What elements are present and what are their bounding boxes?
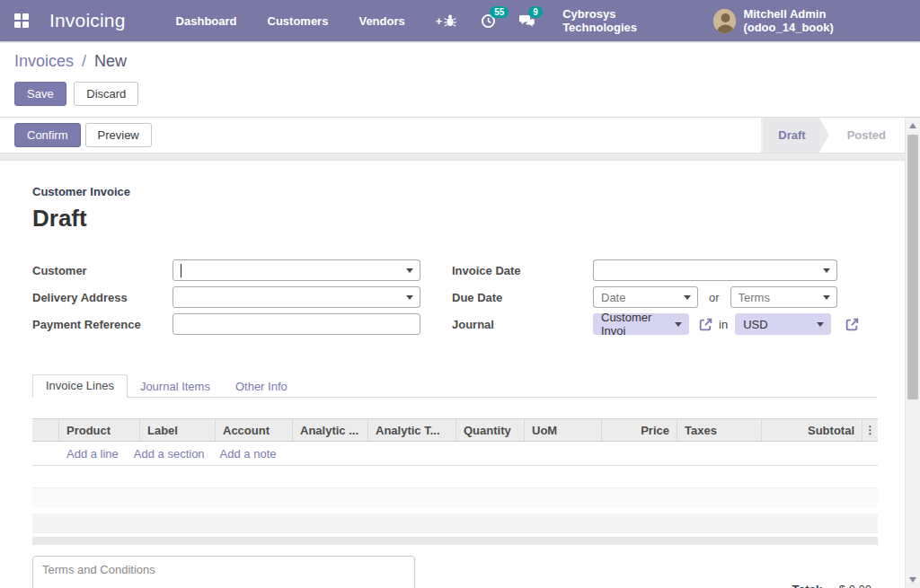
column-header-taxes[interactable]: Taxes <box>677 419 762 441</box>
optional-columns-icon[interactable]: ⋮ <box>865 426 876 434</box>
tab-invoice-lines[interactable]: Invoice Lines <box>32 374 128 398</box>
scrollbar-down-arrow-icon[interactable] <box>906 574 920 586</box>
invoice-date-input[interactable] <box>593 259 837 281</box>
debug-bug-icon[interactable] <box>442 13 457 29</box>
systray: 55 9 Cybrosys Technologies Mitc <box>442 7 907 34</box>
field-grid: Customer Invoice Date Delivery Address D… <box>32 257 877 338</box>
table-add-row: Add a line Add a section Add a note <box>32 442 878 466</box>
empty-row <box>32 513 878 533</box>
payment-reference-label: Payment Reference <box>32 318 172 331</box>
top-nav-bar: Invoicing Dashboard Customers Vendors + <box>0 0 920 41</box>
user-avatar <box>713 9 736 33</box>
apps-menu-icon[interactable] <box>13 11 31 31</box>
sheet-footer: Total: $ 0.00 <box>32 556 877 588</box>
tab-journal-items[interactable]: Journal Items <box>128 376 223 398</box>
column-header-analytic-account[interactable]: Analytic ... <box>293 419 368 441</box>
table-header-row: Product Label Account Analytic ... Analy… <box>32 418 878 442</box>
add-a-section-link[interactable]: Add a section <box>134 447 205 461</box>
invoice-date-label: Invoice Date <box>452 264 593 277</box>
journal-select[interactable]: Customer Invoi <box>593 313 689 335</box>
payment-terms-input[interactable]: Terms <box>730 286 837 308</box>
in-label: in <box>719 318 728 331</box>
customer-label: Customer <box>32 264 172 277</box>
user-name: Mitchell Admin (odoo_14_book) <box>743 7 907 34</box>
tab-other-info[interactable]: Other Info <box>223 376 300 398</box>
scrollbar-thumb[interactable] <box>907 135 918 399</box>
preview-button[interactable]: Preview <box>85 123 152 147</box>
chevron-down-icon <box>684 295 691 300</box>
currency-value: USD <box>743 318 767 331</box>
currency-external-link-icon[interactable] <box>845 317 860 332</box>
journal-label: Journal <box>452 318 593 331</box>
chevron-down-icon <box>675 322 682 327</box>
journal-value: Customer Invoi <box>601 311 670 338</box>
delivery-address-input[interactable] <box>172 286 420 308</box>
column-header-uom[interactable]: UoM <box>525 419 602 441</box>
messages-chat-icon[interactable]: 9 <box>519 13 535 29</box>
chevron-down-icon <box>406 268 413 273</box>
breadcrumb-invoices-link[interactable]: Invoices <box>14 52 74 70</box>
activity-count-badge: 55 <box>490 6 509 18</box>
invoice-form-sheet: Customer Invoice Draft Customer Invoice … <box>0 161 920 574</box>
or-label: or <box>709 291 720 304</box>
vertical-scrollbar[interactable] <box>905 118 920 588</box>
column-header-subtotal[interactable]: Subtotal <box>762 419 862 441</box>
control-panel: Invoices / New Save Discard <box>0 41 920 118</box>
empty-row <box>32 487 878 508</box>
company-switcher[interactable]: Cybrosys Technologies <box>562 7 685 34</box>
menu-dashboard[interactable]: Dashboard <box>176 14 237 28</box>
status-step-draft[interactable]: Draft <box>762 118 828 153</box>
column-header-handle <box>32 419 59 441</box>
confirm-button[interactable]: Confirm <box>14 123 81 147</box>
message-count-badge: 9 <box>528 6 543 18</box>
column-header-quantity[interactable]: Quantity <box>456 419 525 441</box>
column-header-label[interactable]: Label <box>140 419 216 441</box>
status-pipeline: Draft Posted <box>761 118 904 153</box>
breadcrumb-current: New <box>94 52 127 70</box>
totals-block: Total: $ 0.00 <box>792 556 877 588</box>
discard-button[interactable]: Discard <box>74 82 138 106</box>
column-header-price[interactable]: Price <box>602 419 677 441</box>
add-a-note-link[interactable]: Add a note <box>220 447 277 461</box>
chevron-down-icon <box>406 295 413 300</box>
activities-clock-icon[interactable]: 55 <box>481 13 496 29</box>
state-heading: Draft <box>32 205 877 233</box>
journal-external-link-icon[interactable] <box>698 317 713 332</box>
menu-plus[interactable]: + <box>436 14 443 28</box>
terms-placeholder: Terms <box>739 291 770 304</box>
column-header-account[interactable]: Account <box>216 419 293 441</box>
payment-reference-input[interactable] <box>172 313 420 335</box>
add-a-line-link[interactable]: Add a line <box>66 447 119 461</box>
column-header-analytic-tags[interactable]: Analytic T... <box>368 419 456 441</box>
notebook-tabs: Invoice Lines Journal Items Other Info <box>32 374 877 398</box>
chevron-down-icon <box>817 322 824 327</box>
odoo-invoicing-window: Invoicing Dashboard Customers Vendors + <box>0 0 920 588</box>
terms-and-conditions-input[interactable] <box>32 556 415 588</box>
menu-vendors[interactable]: Vendors <box>358 14 404 28</box>
empty-row <box>32 466 878 487</box>
user-menu[interactable]: Mitchell Admin (odoo_14_book) <box>713 7 907 34</box>
app-title[interactable]: Invoicing <box>49 10 126 31</box>
breadcrumb-separator: / <box>78 52 90 70</box>
statusbar-row: Confirm Preview Draft Posted <box>0 118 920 153</box>
due-date-input[interactable]: Date <box>593 286 698 308</box>
breadcrumb: Invoices / New <box>14 52 906 71</box>
column-header-product[interactable]: Product <box>59 419 140 441</box>
customer-input[interactable] <box>172 259 420 281</box>
invoice-lines-table: Product Label Account Analytic ... Analy… <box>32 418 878 545</box>
scrollbar-up-arrow-icon[interactable] <box>906 119 920 132</box>
menu-customers[interactable]: Customers <box>268 14 329 28</box>
chevron-down-icon <box>823 295 830 300</box>
save-button[interactable]: Save <box>14 82 66 106</box>
status-step-posted[interactable]: Posted <box>829 118 904 153</box>
text-cursor <box>181 264 181 277</box>
document-type-label: Customer Invoice <box>32 185 877 198</box>
total-label: Total: <box>792 583 822 588</box>
currency-select[interactable]: USD <box>735 313 831 335</box>
total-value: $ 0.00 <box>839 583 871 588</box>
due-date-label: Due Date <box>452 291 593 304</box>
due-date-placeholder: Date <box>601 291 625 304</box>
table-bottom-strip <box>32 537 878 545</box>
main-menus: Dashboard Customers Vendors + <box>176 14 443 28</box>
chevron-down-icon <box>823 268 830 273</box>
